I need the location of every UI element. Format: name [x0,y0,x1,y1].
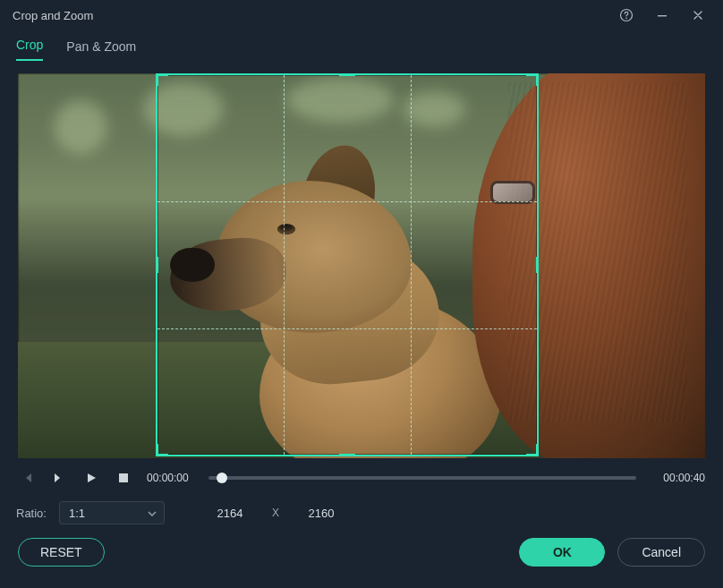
play-button[interactable] [82,469,100,487]
svg-rect-3 [119,473,128,482]
seek-thumb[interactable] [217,473,227,483]
width-input[interactable] [200,501,259,524]
ratio-selected-value: 1:1 [69,507,85,520]
close-button[interactable] [680,0,716,30]
preview-area [0,61,723,458]
crop-handle-bottom-left[interactable] [156,442,170,456]
minimize-icon [656,9,668,21]
ratio-row: Ratio: 1:1 X [0,490,723,526]
transport-controls: 00:00:00 00:00:40 [0,458,723,490]
play-icon [85,472,98,484]
height-input[interactable] [292,501,351,524]
close-icon [692,9,704,21]
seek-track [208,476,637,480]
crop-zoom-dialog: Crop and Zoom Crop Pan & Zoom [0,0,723,588]
minimize-button[interactable] [644,0,680,30]
titlebar: Crop and Zoom [0,0,723,30]
tab-pan-zoom[interactable]: Pan & Zoom [66,39,136,61]
reset-button[interactable]: RESET [18,538,105,567]
chevron-down-icon [148,509,157,518]
crop-handle-top[interactable] [339,73,355,76]
ok-button[interactable]: OK [519,538,605,567]
crop-handle-bottom[interactable] [339,454,355,456]
svg-point-1 [625,18,627,20]
stop-icon [118,473,129,483]
next-frame-button[interactable] [50,469,68,487]
crop-handle-top-right[interactable] [524,73,539,88]
crop-handle-bottom-right[interactable] [524,442,539,456]
dialog-footer: RESET OK Cancel [0,529,723,588]
ratio-label: Ratio: [16,507,47,520]
tab-crop[interactable]: Crop [16,38,43,61]
current-time: 00:00:00 [147,472,189,484]
cancel-button[interactable]: Cancel [617,538,705,567]
stop-button[interactable] [115,469,132,487]
tabs: Crop Pan & Zoom [0,30,723,61]
prev-frame-button[interactable] [18,469,36,487]
help-icon [619,8,634,22]
help-button[interactable] [608,0,644,30]
svg-rect-2 [658,15,667,16]
crop-handle-top-left[interactable] [156,73,170,88]
dimension-separator: X [272,507,279,519]
window-title: Crop and Zoom [7,9,93,22]
crop-handle-right[interactable] [536,257,539,273]
seek-slider[interactable] [208,471,637,485]
step-back-icon [21,472,33,484]
crop-rectangle[interactable] [156,73,539,456]
step-forward-icon [53,472,65,484]
video-preview[interactable] [18,73,705,458]
total-time: 00:00:40 [663,472,705,484]
crop-handle-left[interactable] [156,257,158,273]
ratio-select[interactable]: 1:1 [59,501,165,524]
